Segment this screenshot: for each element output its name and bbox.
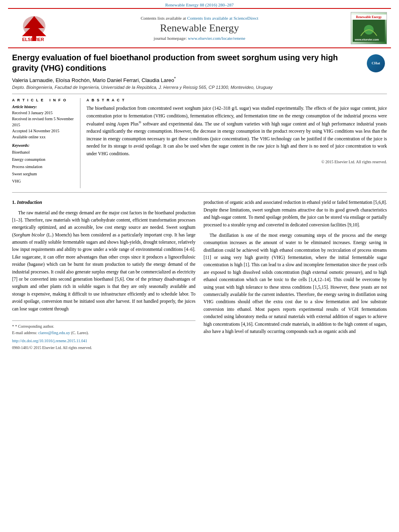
left-column: 1. Introduction The raw material and the…	[12, 199, 195, 351]
homepage-line: journal homepage: www.elsevier.com/locat…	[56, 36, 343, 41]
right-paragraph-2: The distillation is one of the most ener…	[204, 232, 387, 335]
elsevier-tree-icon: ELSEVIER	[18, 14, 50, 42]
abstract-header: A B S T R A C T	[86, 98, 387, 102]
article-title: Energy evaluation of fuel bioethanol pro…	[12, 52, 363, 73]
intro-section-title: 1. Introduction	[12, 199, 195, 206]
intro-paragraph-1: The raw material and the energy demand a…	[12, 209, 195, 312]
sciencedirect-link[interactable]: Contents lists available at ScienceDirec…	[187, 16, 258, 21]
journal-header: ELSEVIER Contents lists available at Con…	[8, 8, 391, 48]
journal-reference: Renewable Energy 88 (2016) 280–287	[0, 0, 399, 8]
article-history-title: Article history:	[12, 105, 76, 109]
footer-copyright: 0960-1481/© 2015 Elsevier Ltd. All right…	[12, 345, 195, 351]
article-accepted: Accepted 14 November 2015	[12, 128, 76, 134]
abstract-column: A B S T R A C T The bioethanol productio…	[86, 98, 387, 188]
article-history-block: Article history: Received 3 January 2015…	[12, 105, 76, 140]
keyword-2: Energy consumption	[12, 156, 76, 163]
right-paragraph-1: production of organic acids and associat…	[204, 199, 387, 228]
svg-text:ELSEVIER: ELSEVIER	[22, 37, 44, 42]
contents-line: Contents lists available at Contents lis…	[56, 16, 343, 21]
keywords-title: Keywords:	[12, 143, 76, 148]
keyword-1: Bioethanol	[12, 149, 76, 156]
doi-anchor[interactable]: http://dx.doi.org/10.1016/j.renene.2015.…	[12, 339, 87, 343]
corresponding-star: *	[174, 76, 176, 81]
homepage-url[interactable]: www.elsevier.com/locate/renene	[188, 36, 245, 41]
article-body: Energy evaluation of fuel bioethanol pro…	[0, 48, 399, 359]
copyright-line: © 2015 Elsevier Ltd. All rights reserved…	[86, 160, 387, 164]
svg-point-2	[23, 16, 45, 36]
keyword-4: Sweet sorghum	[12, 170, 76, 178]
keywords-list: Bioethanol Energy consumption Process si…	[12, 149, 76, 185]
journal-logo-right: Renewable Energy www.elsevier.com	[343, 12, 387, 44]
corresponding-note: * * Corresponding author.	[12, 323, 195, 330]
right-column: production of organic acids and associat…	[204, 199, 387, 351]
article-info-header: A R T I C L E I N F O	[12, 98, 76, 102]
svg-text:www.elsevier.com: www.elsevier.com	[354, 38, 379, 41]
crossmark-logo: CHat	[367, 54, 387, 72]
elsevier-logo: ELSEVIER	[12, 14, 56, 42]
article-received: Received 3 January 2015	[12, 110, 76, 116]
abstract-text: The bioethanol production from concentra…	[86, 105, 387, 157]
article-title-text: Energy evaluation of fuel bioethanol pro…	[12, 52, 363, 90]
crossmark-icon: CHat	[367, 54, 385, 72]
renewable-energy-logo-icon: www.elsevier.com	[353, 20, 385, 42]
article-authors: Valeria Larnaudie, Eloísa Rochón, Mario …	[12, 76, 363, 83]
keywords-block: Keywords: Bioethanol Energy consumption …	[12, 143, 76, 185]
main-content: 1. Introduction The raw material and the…	[12, 199, 387, 351]
renewable-energy-logo: Renewable Energy www.elsevier.com	[351, 12, 387, 44]
article-revised: Received in revised form 5 November 2015	[12, 116, 76, 128]
footer-section: * * Corresponding author. E-mail address…	[12, 320, 195, 351]
keyword-5: VHG	[12, 178, 76, 185]
article-info-abstract-row: A R T I C L E I N F O Article history: R…	[12, 98, 387, 193]
email-link[interactable]: clareo@fing.edu.uy	[38, 331, 70, 335]
article-affiliation: Depto. Bioingeniería, Facultad de Ingeni…	[12, 85, 363, 90]
journal-title: Renewable Energy	[56, 22, 343, 34]
doi-link[interactable]: http://dx.doi.org/10.1016/j.renene.2015.…	[12, 338, 195, 344]
keyword-3: Process simulation	[12, 163, 76, 170]
article-available: Available online xxx	[12, 134, 76, 140]
journal-center-info: Contents lists available at Contents lis…	[56, 16, 343, 41]
article-title-section: Energy evaluation of fuel bioethanol pro…	[12, 52, 387, 94]
article-info-column: A R T I C L E I N F O Article history: R…	[12, 98, 80, 188]
email-note: E-mail address: clareo@fing.edu.uy (C. L…	[12, 330, 195, 336]
